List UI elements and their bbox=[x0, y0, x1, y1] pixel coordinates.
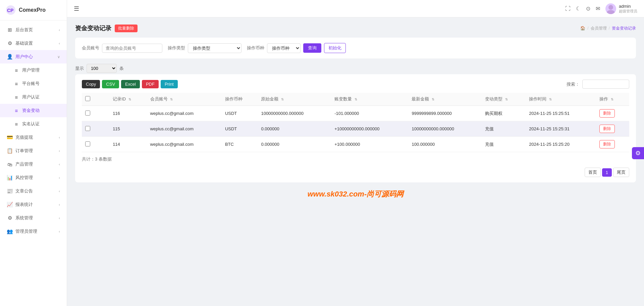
bullet-icon: ≡ bbox=[13, 81, 19, 87]
sidebar-item-system-management[interactable]: ⚙ 系统管理 ‹ bbox=[0, 211, 67, 225]
sidebar-item-label: 基础设置 bbox=[15, 40, 56, 46]
page-title: 资金变动记录 bbox=[75, 24, 111, 32]
hamburger-icon[interactable]: ☰ bbox=[74, 5, 79, 12]
user-role: 超级管理员 bbox=[619, 9, 637, 14]
sidebar-item-platform-account[interactable]: ≡ 平台账号 bbox=[0, 77, 67, 90]
row-checkbox[interactable] bbox=[85, 141, 90, 146]
sidebar-item-label: 平台账号 bbox=[22, 81, 60, 87]
sort-icon: ⇅ bbox=[355, 97, 357, 101]
delete-button[interactable]: 删除 bbox=[599, 109, 615, 118]
row-checkbox[interactable] bbox=[85, 111, 90, 116]
sidebar-item-label: 用户认证 bbox=[22, 94, 60, 100]
content-area: 资金变动记录 批量删除 🏠 / 会员管理 / 资金变动记录 会员账号 操作类型 … bbox=[67, 17, 644, 306]
sort-icon: ⇅ bbox=[505, 97, 508, 101]
camera-icon[interactable]: ⊙ bbox=[586, 5, 590, 12]
delete-button[interactable]: 删除 bbox=[599, 125, 615, 133]
table-buttons: Copy CSV Excel PDF Print bbox=[82, 80, 178, 88]
th-type: 变动类型 ⇅ bbox=[482, 93, 526, 106]
th-currency: 操作币种 bbox=[222, 93, 258, 106]
sidebar-item-basic-settings[interactable]: ⚙ 基础设置 ‹ bbox=[0, 37, 67, 50]
sidebar-item-article-announcement[interactable]: 📰 文章公告 ‹ bbox=[0, 184, 67, 198]
table-body: 116 weplus.cc@gmail.com USDT 10000000000… bbox=[82, 106, 629, 152]
chevron-left-icon: ‹ bbox=[59, 203, 60, 207]
bullet-icon: ≡ bbox=[13, 94, 19, 100]
sidebar-item-report-stats[interactable]: 📈 报表统计 ‹ bbox=[0, 198, 67, 211]
topbar: ☰ ⛶ ☾ ⊙ ✉ admin 超级管理员 bbox=[67, 0, 644, 17]
excel-button[interactable]: Excel bbox=[121, 80, 140, 88]
csv-button[interactable]: CSV bbox=[102, 80, 119, 88]
operation-currency-select[interactable]: 操作币种 bbox=[267, 43, 301, 53]
print-button[interactable]: Print bbox=[161, 80, 178, 88]
chevron-left-icon: ‹ bbox=[59, 216, 60, 220]
sidebar-item-recharge-withdraw[interactable]: 💳 充值提现 ‹ bbox=[0, 131, 67, 144]
sidebar-item-user-center[interactable]: 👤 用户中心 ∨ bbox=[0, 50, 67, 63]
table-head: 记录ID ⇅ 会员账号 ⇅ 操作币种 原始金额 ⇅ 账变数量 ⇅ 最新金额 ⇅ … bbox=[82, 93, 629, 106]
batch-delete-button[interactable]: 批量删除 bbox=[115, 25, 138, 32]
table-search-input[interactable] bbox=[582, 80, 629, 89]
reset-button[interactable]: 初始化 bbox=[324, 43, 346, 53]
first-page-button[interactable]: 首页 bbox=[585, 168, 601, 177]
sidebar-item-order-management[interactable]: 📋 订单管理 ‹ bbox=[0, 144, 67, 158]
row-latest: 100.000000 bbox=[408, 137, 482, 152]
row-type: 充值 bbox=[482, 137, 526, 152]
sort-icon: ⇅ bbox=[281, 97, 284, 101]
sidebar-item-asset-change[interactable]: ≡ 资金变动 bbox=[0, 104, 67, 117]
moon-icon[interactable]: ☾ bbox=[576, 5, 581, 12]
settings-fab[interactable]: ⚙ bbox=[632, 147, 644, 159]
sidebar-item-product-management[interactable]: 🛍 产品管理 ‹ bbox=[0, 158, 67, 171]
display-row: 显示 10 25 50 100 条 bbox=[75, 64, 636, 73]
page-1-button[interactable]: 1 bbox=[602, 168, 612, 177]
sidebar-item-risk-control[interactable]: 📊 风控管理 ‹ bbox=[0, 171, 67, 184]
breadcrumb-current: 资金变动记录 bbox=[612, 26, 636, 31]
message-icon[interactable]: ✉ bbox=[596, 5, 600, 12]
product-icon: 🛍 bbox=[7, 162, 13, 167]
home-icon[interactable]: 🏠 bbox=[580, 26, 585, 31]
row-index-cell bbox=[99, 106, 109, 121]
fullscreen-icon[interactable]: ⛶ bbox=[565, 6, 571, 12]
sidebar-item-label: 文章公告 bbox=[15, 188, 56, 194]
row-checkbox[interactable] bbox=[85, 126, 90, 131]
sidebar-item-user-management[interactable]: ≡ 用户管理 bbox=[0, 63, 67, 77]
user-icon: 👤 bbox=[7, 54, 13, 60]
row-time: 2024-11-25 15:25:20 bbox=[526, 137, 596, 152]
row-account: weplus.cc@gmail.com bbox=[147, 137, 222, 152]
sort-icon: ⇅ bbox=[549, 97, 552, 101]
search-button[interactable]: 查询 bbox=[303, 43, 321, 53]
table-header-row: 记录ID ⇅ 会员账号 ⇅ 操作币种 原始金额 ⇅ 账变数量 ⇅ 最新金额 ⇅ … bbox=[82, 93, 629, 106]
search-label: 搜索： bbox=[567, 81, 580, 87]
sidebar-item-admin-management[interactable]: 👥 管理员管理 ‹ bbox=[0, 225, 67, 238]
watermark: www.sk032.com-尚可源码网 bbox=[75, 182, 636, 206]
member-account-input[interactable] bbox=[102, 44, 162, 53]
stats-icon: 📈 bbox=[7, 202, 13, 208]
delete-button[interactable]: 删除 bbox=[599, 140, 615, 148]
operation-type-select[interactable]: 操作类型 bbox=[188, 43, 241, 53]
user-info[interactable]: admin 超级管理员 bbox=[605, 3, 637, 14]
system-icon: ⚙ bbox=[7, 215, 13, 221]
chevron-left-icon: ‹ bbox=[59, 149, 60, 153]
last-page-button[interactable]: 尾页 bbox=[613, 168, 629, 177]
sidebar-item-dashboard[interactable]: ⊞ 后台首页 ‹ bbox=[0, 23, 67, 37]
app-name: ComexPro bbox=[19, 7, 46, 13]
th-latest: 最新金额 ⇅ bbox=[408, 93, 482, 106]
row-action: 删除 bbox=[596, 121, 629, 137]
row-currency: BTC bbox=[222, 137, 258, 152]
copy-button[interactable]: Copy bbox=[82, 80, 100, 88]
row-account: weplus.cc@gmail.com bbox=[147, 106, 222, 121]
row-original: 0.000000 bbox=[258, 137, 331, 152]
pdf-button[interactable]: PDF bbox=[142, 80, 159, 88]
row-action: 删除 bbox=[596, 106, 629, 121]
logo-icon: CP bbox=[5, 5, 16, 15]
search-area: 搜索： bbox=[567, 80, 629, 89]
row-action: 删除 bbox=[596, 137, 629, 152]
row-account: weplus.cc@gmail.com bbox=[147, 121, 222, 137]
filter-group-account: 会员账号 bbox=[82, 44, 162, 53]
select-all-checkbox[interactable] bbox=[85, 96, 90, 101]
display-count-select[interactable]: 10 25 50 100 bbox=[87, 64, 117, 73]
row-checkbox-cell bbox=[82, 121, 99, 137]
sidebar-item-real-auth[interactable]: ≡ 实名认证 bbox=[0, 117, 67, 131]
sidebar-item-user-auth[interactable]: ≡ 用户认证 bbox=[0, 90, 67, 104]
sidebar-item-label: 充值提现 bbox=[15, 134, 56, 140]
sidebar-item-label: 风控管理 bbox=[15, 175, 56, 181]
th-checkbox bbox=[82, 93, 99, 106]
row-id: 114 bbox=[109, 137, 147, 152]
